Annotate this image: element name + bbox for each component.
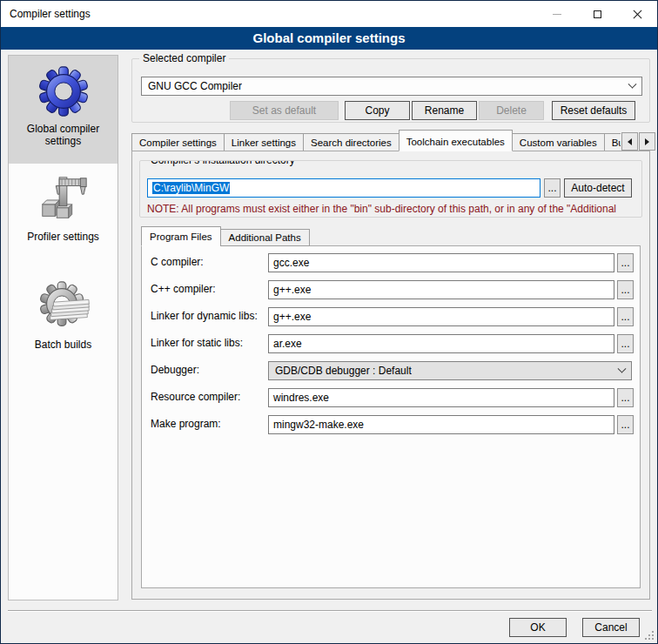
linker-for-static-libs-input[interactable]: ar.exe: [268, 334, 614, 353]
global-compiler-gear-icon: [37, 64, 91, 118]
subtab-program-files[interactable]: Program Files: [141, 226, 221, 246]
c-compiler-input[interactable]: g++.exe: [268, 280, 614, 299]
window-title: Compiler settings: [1, 8, 537, 20]
linker-for-dynamic-libs-browse-button[interactable]: ...: [617, 307, 634, 326]
selected-compiler-group: Selected compiler GNU GCC Compiler Set a…: [131, 58, 650, 123]
linker-for-dynamic-libs-input[interactable]: g++.exe: [268, 307, 614, 326]
c-compiler-browse-button[interactable]: ...: [617, 253, 634, 272]
reset-defaults-button[interactable]: Reset defaults: [552, 101, 635, 120]
sidebar-item-label: Global compiler settings: [9, 123, 118, 147]
sidebar-item-label: Profiler settings: [9, 231, 118, 243]
field-row-c-compiler: C++ compiler:g++.exe...: [142, 280, 640, 299]
maximize-icon: [594, 10, 601, 18]
close-button[interactable]: [617, 1, 657, 27]
debugger-select[interactable]: GDB/CDB debugger : Default: [268, 361, 632, 380]
subtab-additional-paths[interactable]: Additional Paths: [220, 229, 310, 246]
tab-compiler-settings[interactable]: Compiler settings: [131, 133, 225, 151]
tab-build[interactable]: Build: [604, 133, 621, 151]
cancel-button[interactable]: Cancel: [582, 618, 640, 637]
sidebar-item-global-compiler-settings[interactable]: Global compiler settings: [9, 56, 118, 164]
selected-compiler-dropdown[interactable]: GNU GCC Compiler: [141, 77, 642, 96]
sidebar-item-profiler-settings[interactable]: Profiler settings: [9, 164, 118, 272]
footer-divider: [8, 610, 652, 612]
c-compiler-browse-button[interactable]: ...: [617, 280, 634, 299]
profiler-caliper-icon: [37, 172, 91, 226]
debugger-label: Debugger:: [151, 364, 199, 376]
arrow-right-icon: [645, 138, 649, 145]
install-dir-input[interactable]: C:\raylib\MinGW: [147, 178, 540, 198]
delete-button: Delete: [479, 101, 544, 120]
toolchain-executables-page: Compiler's installation directory C:\ray…: [131, 151, 650, 600]
install-dir-browse-button[interactable]: ...: [544, 178, 561, 198]
rename-button[interactable]: Rename: [412, 101, 477, 120]
resource-compiler-browse-button[interactable]: ...: [617, 388, 634, 407]
linker-for-static-libs-browse-button[interactable]: ...: [617, 334, 634, 353]
c-compiler-label: C compiler:: [151, 256, 204, 268]
tab-search-directories[interactable]: Search directories: [303, 133, 400, 151]
resource-compiler-label: Resource compiler:: [151, 391, 240, 403]
c-compiler-label: C++ compiler:: [151, 283, 216, 295]
sidebar-item-label: Batch builds: [9, 339, 118, 351]
program-files-tabs: Program FilesAdditional Paths: [141, 226, 309, 246]
resize-grip-icon[interactable]: [644, 630, 654, 640]
tab-scroll-right-button[interactable]: [639, 132, 655, 151]
install-dir-group-label: Compiler's installation directory: [147, 160, 299, 166]
debugger-value: GDB/CDB debugger : Default: [275, 365, 412, 377]
set-as-default-button: Set as default: [230, 101, 339, 120]
minimize-icon: [553, 14, 561, 15]
title-bar: Compiler settings: [1, 1, 657, 27]
make-program-input[interactable]: mingw32-make.exe: [268, 415, 614, 434]
install-dir-value: C:\raylib\MinGW: [152, 182, 230, 194]
minimize-button[interactable]: [537, 1, 577, 27]
field-row-c-compiler: C compiler:gcc.exe...: [142, 253, 640, 272]
auto-detect-button[interactable]: Auto-detect: [564, 178, 632, 198]
chevron-down-icon: [618, 364, 627, 372]
field-row-linker-for-dynamic-libs: Linker for dynamic libs:g++.exe...: [142, 307, 640, 326]
batch-builds-gear-icon: [37, 280, 91, 334]
field-row-resource-compiler: Resource compiler:windres.exe...: [142, 388, 640, 407]
compiler-tabs: Compiler settingsLinker settingsSearch d…: [131, 130, 621, 151]
tab-toolchain-executables[interactable]: Toolchain executables: [399, 130, 513, 151]
arrow-left-icon: [628, 138, 632, 145]
settings-sidebar: Global compiler settings: [8, 55, 118, 600]
field-row-debugger: Debugger:GDB/CDB debugger : Default: [142, 361, 640, 380]
field-row-make-program: Make program:mingw32-make.exe...: [142, 415, 640, 434]
page-title: Global compiler settings: [1, 27, 657, 50]
copy-button[interactable]: Copy: [345, 101, 410, 120]
selected-compiler-value: GNU GCC Compiler: [148, 80, 242, 92]
ok-button[interactable]: OK: [509, 618, 567, 637]
maximize-button[interactable]: [577, 1, 617, 27]
tab-scroll-left-button[interactable]: [621, 132, 638, 151]
field-row-linker-for-static-libs: Linker for static libs:ar.exe...: [142, 334, 640, 353]
program-files-panel: C compiler:gcc.exe...C++ compiler:g++.ex…: [141, 245, 641, 588]
tab-scroll-arrows: [621, 132, 655, 151]
c-compiler-input[interactable]: gcc.exe: [268, 253, 614, 272]
chevron-down-icon: [628, 79, 637, 88]
install-dir-note: NOTE: All programs must exist either in …: [147, 203, 640, 215]
install-dir-group: Compiler's installation directory C:\ray…: [139, 160, 642, 218]
resource-compiler-input[interactable]: windres.exe: [268, 388, 614, 407]
close-icon: [633, 10, 642, 19]
selected-compiler-group-label: Selected compiler: [139, 52, 229, 64]
linker-for-static-libs-label: Linker for static libs:: [151, 337, 243, 349]
make-program-label: Make program:: [151, 418, 221, 430]
linker-for-dynamic-libs-label: Linker for dynamic libs:: [151, 310, 258, 322]
tab-linker-settings[interactable]: Linker settings: [224, 133, 304, 151]
tab-custom-variables[interactable]: Custom variables: [512, 133, 605, 151]
make-program-browse-button[interactable]: ...: [617, 415, 634, 434]
sidebar-item-batch-builds[interactable]: Batch builds: [9, 272, 118, 379]
compiler-settings-dialog: Compiler settings Global compiler settin…: [0, 0, 658, 644]
